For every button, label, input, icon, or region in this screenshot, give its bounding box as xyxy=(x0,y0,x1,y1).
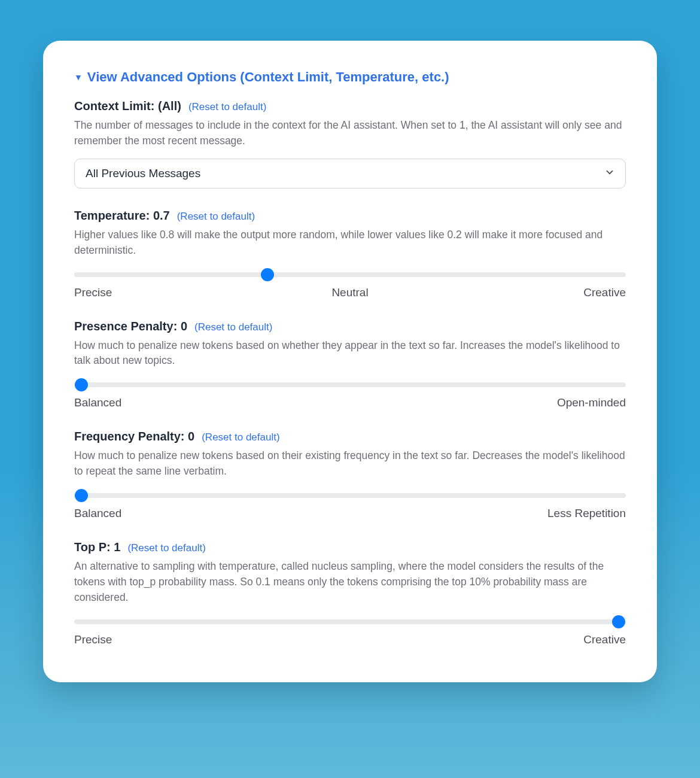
frequency-penalty-reset[interactable]: (Reset to default) xyxy=(202,431,279,443)
temperature-right-label: Creative xyxy=(583,286,626,299)
disclosure-triangle-icon: ▼ xyxy=(74,73,83,81)
frequency-penalty-description: How much to penalize new tokens based on… xyxy=(74,448,626,479)
slider-track xyxy=(74,382,626,387)
top-p-right-label: Creative xyxy=(583,633,626,646)
presence-penalty-left-label: Balanced xyxy=(74,396,121,409)
top-p-title: Top P: 1 xyxy=(74,540,120,554)
context-limit-select[interactable]: All Previous Messages xyxy=(74,159,626,189)
frequency-penalty-right-label: Less Repetition xyxy=(547,507,626,520)
top-p-reset[interactable]: (Reset to default) xyxy=(127,542,205,554)
top-p-description: An alternative to sampling with temperat… xyxy=(74,559,626,606)
temperature-title: Temperature: 0.7 xyxy=(74,209,170,223)
frequency-penalty-slider[interactable] xyxy=(74,489,626,502)
frequency-penalty-title: Frequency Penalty: 0 xyxy=(74,430,194,443)
top-p-left-label: Precise xyxy=(74,633,112,646)
top-p-slider[interactable] xyxy=(74,615,626,628)
slider-thumb[interactable] xyxy=(75,489,88,502)
temperature-mid-label: Neutral xyxy=(331,286,368,299)
context-limit-description: The number of messages to include in the… xyxy=(74,118,626,149)
presence-penalty-section: Presence Penalty: 0 (Reset to default) H… xyxy=(74,320,626,410)
slider-track xyxy=(74,493,626,498)
frequency-penalty-left-label: Balanced xyxy=(74,507,121,520)
top-p-section: Top P: 1 (Reset to default) An alternati… xyxy=(74,540,626,646)
slider-track xyxy=(74,619,626,624)
slider-thumb[interactable] xyxy=(75,378,88,391)
disclosure-label: View Advanced Options (Context Limit, Te… xyxy=(87,69,449,85)
temperature-left-label: Precise xyxy=(74,286,112,299)
temperature-section: Temperature: 0.7 (Reset to default) High… xyxy=(74,209,626,299)
context-limit-title: Context Limit: (All) xyxy=(74,99,181,113)
temperature-slider[interactable] xyxy=(74,268,626,281)
presence-penalty-right-label: Open-minded xyxy=(557,396,626,409)
temperature-reset[interactable]: (Reset to default) xyxy=(177,211,255,223)
context-limit-section: Context Limit: (All) (Reset to default) … xyxy=(74,99,626,189)
frequency-penalty-section: Frequency Penalty: 0 (Reset to default) … xyxy=(74,430,626,520)
presence-penalty-reset[interactable]: (Reset to default) xyxy=(194,321,272,333)
advanced-options-card: ▼ View Advanced Options (Context Limit, … xyxy=(43,41,657,682)
presence-penalty-title: Presence Penalty: 0 xyxy=(74,320,187,333)
context-limit-reset[interactable]: (Reset to default) xyxy=(188,101,266,113)
presence-penalty-slider[interactable] xyxy=(74,378,626,391)
temperature-description: Higher values like 0.8 will make the out… xyxy=(74,227,626,259)
slider-thumb[interactable] xyxy=(261,268,274,281)
advanced-options-disclosure[interactable]: ▼ View Advanced Options (Context Limit, … xyxy=(74,69,626,85)
presence-penalty-description: How much to penalize new tokens based on… xyxy=(74,338,626,369)
slider-thumb[interactable] xyxy=(612,615,625,628)
slider-track xyxy=(74,272,626,277)
